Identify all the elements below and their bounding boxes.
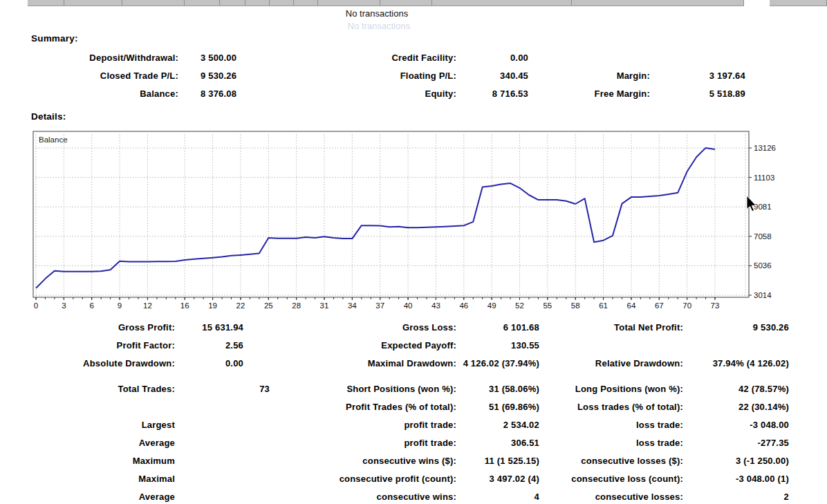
stat-value: 130.55 xyxy=(456,336,539,354)
stat-label: Relative Drawdown: xyxy=(539,354,683,372)
stat-label: consecutive wins ($): xyxy=(270,451,456,469)
stat-value: 306.51 xyxy=(456,433,539,451)
svg-text:28: 28 xyxy=(292,301,301,310)
stat-value: 6 101.68 xyxy=(456,318,539,336)
table-header-cell xyxy=(572,0,744,6)
stat-label: loss trade: xyxy=(539,416,683,433)
stat-label: Profit Trades (% of total): xyxy=(270,398,456,416)
stat-value: 73 xyxy=(175,380,270,398)
stat-value xyxy=(175,451,270,469)
summary-label: Margin: xyxy=(528,66,650,84)
stat-label: Maximal Drawdown: xyxy=(243,354,456,372)
summary-label: Closed Trade P/L: xyxy=(0,66,178,84)
summary-label: Floating P/L: xyxy=(268,66,456,84)
balance-chart: 0369121619222528313437404346495255586164… xyxy=(28,128,827,318)
stat-label: Long Positions (won %): xyxy=(539,380,683,398)
stat-value: 42 (78.57%) xyxy=(683,380,789,398)
stat-value xyxy=(175,433,270,451)
svg-text:25: 25 xyxy=(264,301,273,310)
svg-text:6: 6 xyxy=(90,301,94,310)
stat-value: 3 497.02 (4) xyxy=(456,469,539,487)
stat-value xyxy=(175,398,270,416)
svg-text:40: 40 xyxy=(404,301,413,310)
stat-value xyxy=(175,469,270,487)
stat-label: Total Trades: xyxy=(0,380,175,398)
table-header-cell xyxy=(770,0,827,6)
svg-text:19: 19 xyxy=(208,301,217,310)
stat-value: 4 126.02 (37.94%) xyxy=(456,354,539,372)
details-section-title: Details: xyxy=(31,111,66,122)
table-header-cell xyxy=(122,0,185,6)
stat-label: consecutive losses ($): xyxy=(539,451,683,469)
stat-value: 15 631.94 xyxy=(175,318,243,336)
stat-value: 11 (1 525.15) xyxy=(456,451,539,469)
summary-label xyxy=(528,48,650,66)
stat-value: -277.35 xyxy=(683,433,789,451)
results-table: Gross Profit: 15 631.94 Gross Loss: 6 10… xyxy=(0,318,827,372)
trade-statistics-table: Total Trades: 73 Short Positions (won %)… xyxy=(0,380,827,504)
stat-value: 4 xyxy=(456,487,539,504)
summary-value: 8 716.53 xyxy=(456,84,528,102)
stat-label: Absolute Drawdown: xyxy=(0,354,175,372)
transactions-table-header xyxy=(0,0,827,7)
stat-label: Gross Loss: xyxy=(243,318,456,336)
summary-value: 0.00 xyxy=(456,48,528,66)
stat-value: 37.94% (4 126.02) xyxy=(683,354,789,372)
svg-text:3: 3 xyxy=(62,301,66,310)
summary-section-title: Summary: xyxy=(31,33,78,44)
stat-label: Total Net Profit: xyxy=(539,318,683,336)
stat-value: 2 xyxy=(683,487,789,504)
table-header-cell xyxy=(294,0,318,6)
stat-label: loss trade: xyxy=(539,433,683,451)
table-header-cell xyxy=(245,0,270,6)
svg-text:9: 9 xyxy=(118,301,122,310)
summary-value: 340.45 xyxy=(456,66,528,84)
no-transactions-ghost-text: No transactions xyxy=(0,21,758,31)
svg-text:52: 52 xyxy=(515,301,524,310)
stat-label: consecutive loss (count): xyxy=(539,469,683,487)
svg-text:9081: 9081 xyxy=(754,203,772,211)
table-header-cell xyxy=(270,0,294,6)
no-transactions-label: No transactions xyxy=(0,8,754,19)
summary-label: Free Margin: xyxy=(528,84,650,102)
account-statement-report: No transactions No transactions Summary:… xyxy=(0,0,827,504)
table-header-cell xyxy=(318,0,380,6)
stat-label: consecutive wins: xyxy=(270,487,456,504)
stat-value: 9 530.26 xyxy=(683,318,789,336)
svg-text:16: 16 xyxy=(180,301,189,310)
stat-label: Profit Factor: xyxy=(0,336,175,354)
chart-series-label: Balance xyxy=(39,136,68,144)
stat-label: Short Positions (won %): xyxy=(270,380,456,398)
table-header-cell xyxy=(185,0,220,6)
svg-text:13126: 13126 xyxy=(754,144,776,152)
table-header-cell xyxy=(64,0,122,6)
svg-text:5036: 5036 xyxy=(754,261,772,270)
stat-value: 31 (58.06%) xyxy=(456,380,539,398)
summary-label: Equity: xyxy=(268,84,456,102)
stat-value: 3 (-1 250.00) xyxy=(683,451,789,469)
svg-text:7058: 7058 xyxy=(754,232,772,241)
stat-label: Loss trades (% of total): xyxy=(539,398,683,416)
table-header-cell xyxy=(220,0,245,6)
svg-text:61: 61 xyxy=(599,301,608,310)
summary-value: 3 500.00 xyxy=(178,48,268,66)
stat-label: Maximum xyxy=(0,451,175,469)
summary-label: Credit Facility: xyxy=(268,48,456,66)
stat-value xyxy=(683,336,789,354)
summary-value: 8 376.08 xyxy=(178,84,268,102)
stat-value: 51 (69.86%) xyxy=(456,398,539,416)
stat-label: consecutive losses: xyxy=(539,487,683,504)
summary-value: 5 518.89 xyxy=(650,84,745,102)
stat-value: 0.00 xyxy=(175,354,243,372)
summary-value: 9 530.26 xyxy=(178,66,268,84)
stat-value: 22 (30.14%) xyxy=(683,398,789,416)
svg-text:67: 67 xyxy=(655,301,664,310)
stat-label: Average xyxy=(0,487,175,504)
stat-label: profit trade: xyxy=(270,433,456,451)
svg-text:37: 37 xyxy=(375,301,384,310)
stat-value: 2 534.02 xyxy=(456,416,539,433)
stat-label: Expected Payoff: xyxy=(243,336,456,354)
table-header-cell xyxy=(432,0,572,6)
table-header-cell xyxy=(380,0,432,6)
svg-text:70: 70 xyxy=(682,301,691,310)
